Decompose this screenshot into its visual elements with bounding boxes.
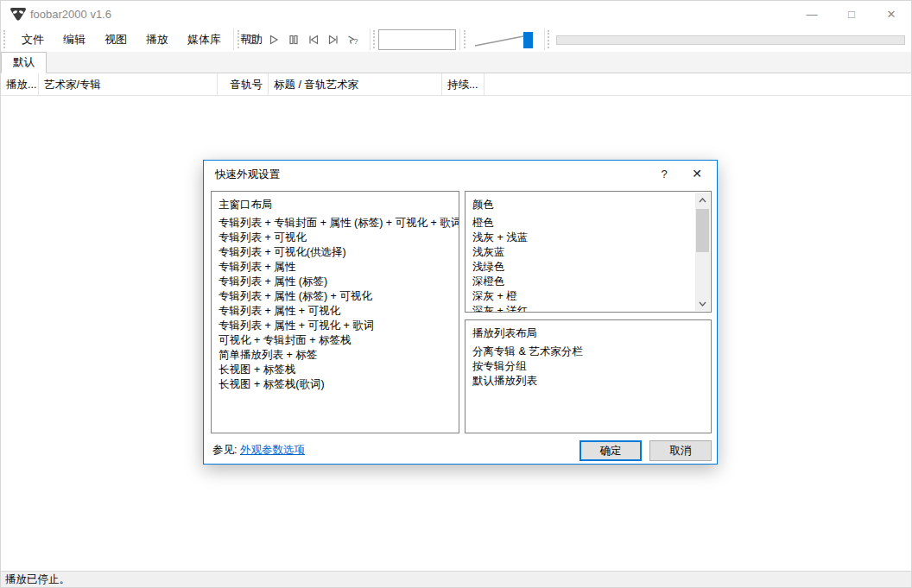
column-artist-album[interactable]: 艺术家/专辑: [39, 73, 218, 96]
menu-grip-handle[interactable]: [3, 30, 6, 48]
layout-option[interactable]: 专辑列表 + 属性 (标签) + 可视化: [218, 289, 452, 304]
status-text: 播放已停止。: [5, 572, 70, 587]
volume-slider-handle: [523, 32, 533, 48]
close-button[interactable]: ✕: [871, 1, 911, 27]
color-option[interactable]: 浅灰 + 浅蓝: [472, 231, 690, 245]
status-bar: 播放已停止。: [1, 571, 911, 587]
mainseek-grip-handle[interactable]: [548, 30, 550, 48]
layout-option[interactable]: 专辑列表 + 可视化(供选择): [218, 245, 452, 260]
layout-option[interactable]: 专辑列表 + 属性: [218, 260, 452, 275]
color-list-header: 颜色: [472, 197, 690, 212]
transport-grip-handle[interactable]: [238, 30, 240, 48]
column-filler: [484, 73, 911, 96]
minimize-button[interactable]: —: [792, 1, 832, 27]
ok-button[interactable]: 确定: [580, 440, 642, 461]
previous-button[interactable]: [303, 29, 323, 50]
color-option[interactable]: 深橙色: [472, 275, 690, 289]
menu-item[interactable]: 媒体库: [178, 27, 231, 52]
playlist-list-items: 分离专辑 & 艺术家分栏按专辑分组默认播放列表: [472, 345, 704, 389]
menu-item[interactable]: 文件: [12, 27, 54, 52]
column-track-number[interactable]: 音轨号: [218, 73, 269, 96]
layout-list-items: 专辑列表 + 专辑封面 + 属性 (标签) + 可视化 + 歌词专辑列表 + 可…: [218, 216, 452, 392]
column-title-track-artist[interactable]: 标题 / 音轨艺术家: [269, 73, 442, 96]
stop-button[interactable]: [244, 29, 263, 50]
layout-list-header: 主窗口布局: [218, 197, 452, 212]
svg-text:?: ?: [354, 37, 358, 46]
layout-option[interactable]: 长视图 + 标签栈: [218, 363, 452, 377]
color-option[interactable]: 橙色: [472, 216, 690, 231]
color-option[interactable]: 浅绿色: [472, 260, 690, 275]
scrollbar-thumb[interactable]: [696, 209, 709, 252]
color-option[interactable]: 深灰 + 洋红: [472, 304, 690, 313]
color-option[interactable]: 深灰 + 橙: [472, 289, 690, 304]
playlist-layout-option[interactable]: 默认播放列表: [472, 374, 704, 389]
menu-item[interactable]: 播放: [136, 27, 178, 52]
layout-option[interactable]: 专辑列表 + 属性 + 可视化: [218, 304, 452, 319]
volume-slider[interactable]: [470, 28, 537, 51]
dialog-title: 快速外观设置: [215, 168, 280, 182]
window-controls: — □ ✕: [792, 1, 911, 27]
title-bar: foobar2000 v1.6 — □ ✕: [1, 1, 911, 27]
toolbar-row: 文件编辑视图播放媒体库帮助 ?: [1, 27, 911, 52]
volume-grip-handle[interactable]: [464, 30, 466, 48]
quick-appearance-dialog: 快速外观设置 ? ✕ 主窗口布局 专辑列表 + 专辑封面 + 属性 (标签) +…: [203, 160, 718, 465]
random-button[interactable]: ?: [343, 29, 363, 50]
main-seekbar[interactable]: [556, 35, 905, 45]
foobar2000-logo-icon: [10, 7, 27, 21]
playlist-layout-option[interactable]: 按专辑分组: [472, 359, 704, 374]
playlist-column-header: 播放... 艺术家/专辑 音轨号 标题 / 音轨艺术家 持续...: [1, 73, 911, 96]
menu-item[interactable]: 编辑: [54, 27, 95, 52]
playlist-tab-bar: 默认: [1, 52, 911, 73]
layout-option[interactable]: 专辑列表 + 专辑封面 + 属性 (标签) + 可视化 + 歌词: [218, 216, 452, 231]
play-button[interactable]: [263, 29, 283, 50]
layout-option[interactable]: 简单播放列表 + 标签: [218, 348, 452, 363]
playlist-layout-option[interactable]: 分离专辑 & 艺术家分栏: [472, 345, 704, 359]
tab-default-playlist[interactable]: 默认: [1, 52, 47, 73]
see-also-label: 参见:: [212, 444, 237, 456]
app-window: foobar2000 v1.6 — □ ✕ 文件编辑视图播放媒体库帮助: [0, 0, 912, 588]
scroll-down-icon[interactable]: [695, 296, 710, 311]
color-option[interactable]: 浅灰蓝: [472, 245, 690, 260]
toolbar-separator: [370, 28, 370, 50]
dialog-title-bar[interactable]: 快速外观设置 ? ✕: [204, 161, 717, 187]
column-duration[interactable]: 持续...: [442, 73, 484, 96]
column-playing[interactable]: 播放...: [1, 73, 39, 96]
color-list-items: 橙色浅灰 + 浅蓝浅灰蓝浅绿色深橙色深灰 + 橙深灰 + 洋红: [472, 216, 690, 313]
playlist-layout-listbox[interactable]: 播放列表布局 分离专辑 & 艺术家分栏按专辑分组默认播放列表: [465, 319, 712, 433]
toolbar-separator: [459, 28, 460, 50]
menu-item[interactable]: 视图: [95, 27, 136, 52]
see-also-row: 参见: 外观参数选项: [212, 443, 305, 458]
maximize-button[interactable]: □: [832, 1, 871, 27]
color-list-scrollbar[interactable]: [695, 193, 710, 311]
toolbar-separator: [544, 28, 545, 50]
color-scheme-listbox[interactable]: 颜色 橙色浅灰 + 浅蓝浅灰蓝浅绿色深橙色深灰 + 橙深灰 + 洋红: [465, 191, 712, 313]
window-title: foobar2000 v1.6: [30, 8, 111, 21]
layout-option[interactable]: 可视化 + 专辑封面 + 标签栈: [218, 333, 452, 348]
playlist-list-header: 播放列表布局: [472, 326, 704, 341]
appearance-preferences-link[interactable]: 外观参数选项: [240, 444, 305, 456]
layout-option[interactable]: 专辑列表 + 可视化: [218, 231, 452, 245]
layout-option[interactable]: 专辑列表 + 属性 + 可视化 + 歌词: [218, 319, 452, 333]
scroll-up-icon[interactable]: [695, 193, 710, 207]
next-button[interactable]: [323, 29, 343, 50]
transport-controls: ?: [244, 27, 363, 52]
seekbar-grip-handle[interactable]: [373, 30, 376, 48]
dialog-help-button[interactable]: ?: [649, 161, 679, 187]
main-layout-listbox[interactable]: 主窗口布局 专辑列表 + 专辑封面 + 属性 (标签) + 可视化 + 歌词专辑…: [211, 191, 459, 433]
pause-button[interactable]: [283, 29, 303, 50]
cancel-button[interactable]: 取消: [649, 440, 712, 461]
seekbar[interactable]: [378, 29, 456, 50]
layout-option[interactable]: 长视图 + 标签栈(歌词): [218, 377, 452, 392]
layout-option[interactable]: 专辑列表 + 属性 (标签): [218, 275, 452, 289]
toolbar-separator: [233, 28, 234, 50]
dialog-close-button[interactable]: ✕: [682, 161, 712, 187]
